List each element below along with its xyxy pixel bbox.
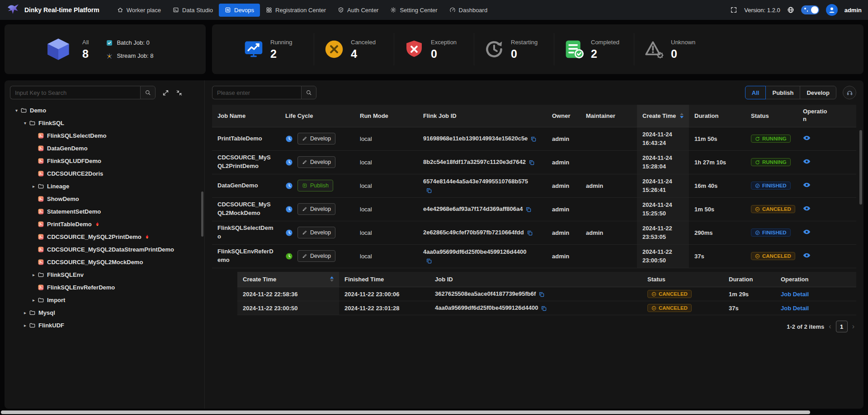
tree-item-showdemo[interactable]: ShowDemo [10,192,200,205]
user-avatar[interactable] [826,4,838,16]
batch-job-count: Batch Job: 0 [106,39,153,47]
caret-down-icon[interactable]: ▾ [13,108,20,113]
tree-item-cdcsource-mysql2datastreamprintdemo[interactable]: CDCSOURCE_MySQL2DataStreamPrintDemo [10,243,200,256]
lifecycle-develop-button[interactable]: Develop [297,133,335,145]
create-time-value: 2024-11-2223:00:50 [642,247,684,265]
canceled-status-icon [324,39,344,59]
status-card-restarting[interactable]: Restarting0 [474,33,554,65]
lifecycle-develop-button[interactable]: Develop [297,156,335,168]
col-header-owner: Owner [547,105,580,127]
view-job-detail-icon[interactable] [803,252,811,259]
tree-item-import[interactable]: ▸Import [10,294,200,306]
nav-item-setting-center[interactable]: Setting Center [384,4,443,17]
tree-item-printtabledemo[interactable]: PrintTableDemo [10,218,200,230]
filter-publish-button[interactable]: Publish [765,86,800,99]
batch-job-icon [106,39,113,47]
caret-right-icon[interactable]: ▸ [30,184,38,189]
tree-item-cdcsource-mysql2printdemo[interactable]: CDCSOURCE_MySQL2PrintDemo [10,230,200,243]
copy-icon[interactable] [538,291,545,298]
theme-toggle[interactable] [801,5,819,14]
job-detail-link[interactable]: Job Detail [781,305,809,312]
filter-develop-button[interactable]: Develop [800,86,836,99]
lifecycle-publish-button[interactable]: Publish [297,180,333,191]
tree-scrollbar[interactable] [201,191,203,237]
tree-item-flinksql[interactable]: ▾FlinkSQL [10,117,200,129]
lifecycle-develop-button[interactable]: Develop [297,227,335,238]
col-header-create-time[interactable]: Create Time [637,105,689,127]
tree-search-button[interactable] [140,86,156,99]
horizontal-scrollbar[interactable] [0,410,868,415]
caret-right-icon[interactable]: ▸ [21,323,29,328]
status-card-exception[interactable]: Exception0 [394,33,474,65]
lifecycle-develop-button[interactable]: Develop [297,250,335,262]
tree-item-statementsetdemo[interactable]: StatementSetDemo [10,205,200,218]
table-scrollbar[interactable] [859,130,862,205]
view-job-detail-icon[interactable] [803,158,811,165]
tree-search-input[interactable] [10,86,140,99]
nav-item-data-studio[interactable]: Data Studio [167,4,219,17]
tree-item-flinksqlenvreferdemo[interactable]: FlinkSQLEnvReferDemo [10,281,200,294]
brand[interactable]: Dinky Real-time Platform [6,3,99,17]
monitor-button[interactable] [843,86,856,99]
language-globe-icon[interactable] [787,6,794,14]
caret-down-icon[interactable]: ▾ [21,121,29,126]
user-icon [828,6,836,14]
copy-icon[interactable] [426,258,432,264]
tree-item-lineage[interactable]: ▸Lineage [10,180,200,192]
view-job-detail-icon[interactable] [803,134,811,142]
nav-item-worker-place[interactable]: Worker place [111,4,167,17]
expand-all-icon[interactable] [162,89,169,96]
collapse-all-icon[interactable] [176,89,183,96]
sort-icons[interactable] [680,113,684,118]
tree-item-cdcsource-mysql2mockdemo[interactable]: CDCSOURCE_MySQL2MockDemo [10,256,200,268]
prev-page-icon[interactable]: ‹ [829,323,831,330]
lifecycle-develop-button[interactable]: Develop [297,203,335,215]
lifecycle-clock-icon [285,159,293,166]
caret-right-icon[interactable]: ▸ [30,272,38,277]
fire-icon [94,221,100,227]
job-search-button[interactable] [301,86,316,99]
job-search-input[interactable] [212,86,301,99]
view-job-detail-icon[interactable] [803,181,811,189]
fullscreen-icon[interactable] [730,6,737,14]
tree-item-cdcsource2doris[interactable]: CDCSOURCE2Doris [10,167,200,180]
lifecycle-clock-icon [285,229,293,237]
copy-icon[interactable] [530,136,537,142]
page-number-button[interactable]: 1 [836,321,848,332]
caret-right-icon[interactable]: ▸ [30,298,38,303]
view-job-detail-icon[interactable] [803,228,811,236]
tree-item-demo[interactable]: ▾Demo [10,104,200,117]
status-card-unknown[interactable]: Unknown0 [634,33,714,65]
job-detail-link[interactable]: Job Detail [781,291,809,298]
job-table: Job NameLife CycleRun ModeFlink Job IDOw… [212,105,856,268]
status-card-canceled[interactable]: Canceled4 [314,33,394,65]
next-page-icon[interactable]: › [852,323,854,330]
history-col-header-create-time[interactable]: Create Time [237,272,339,287]
nav-item-devops[interactable]: Devops [219,4,260,17]
copy-icon[interactable] [541,305,547,312]
nav-item-registration-center[interactable]: Registration Center [260,4,332,17]
filter-all-button[interactable]: All [745,86,766,99]
copy-icon[interactable] [525,206,532,213]
tree-item-flinksqludfdemo[interactable]: FlinkSQLUDFDemo [10,154,200,167]
dinky-logo-icon [6,3,20,17]
tree-item-datagendemo[interactable]: DataGenDemo [10,142,200,154]
create-time-value: 2024-11-2223:53:05 [642,224,684,242]
copy-icon[interactable] [527,230,533,236]
tree-item-flinkudf[interactable]: ▸FlinkUDF [10,319,200,331]
history-col-header-finished-time: Finished Time [339,272,429,287]
all-jobs-card[interactable]: All 8 Batch Job: 0 Stream Job: 8 [5,24,206,74]
copy-icon[interactable] [528,159,535,166]
lifecycle-filter-group: AllPublishDevelop [745,86,836,99]
status-card-running[interactable]: Running2 [234,33,314,65]
nav-item-auth-center[interactable]: Auth Center [332,4,384,17]
caret-right-icon[interactable]: ▸ [21,310,29,315]
copy-icon[interactable] [426,187,432,194]
tree-item-flinksqlenv[interactable]: ▸FlinkSQLEnv [10,268,200,281]
nav-item-dashboard[interactable]: Dashboard [443,4,494,17]
tree-item-flinksqlselectdemo[interactable]: FlinkSQLSelectDemo [10,129,200,142]
status-card-completed[interactable]: Completed2 [554,33,634,65]
view-job-detail-icon[interactable] [803,205,811,212]
tree-item-mysql[interactable]: ▸Mysql [10,306,200,319]
sort-icons[interactable] [330,276,334,282]
